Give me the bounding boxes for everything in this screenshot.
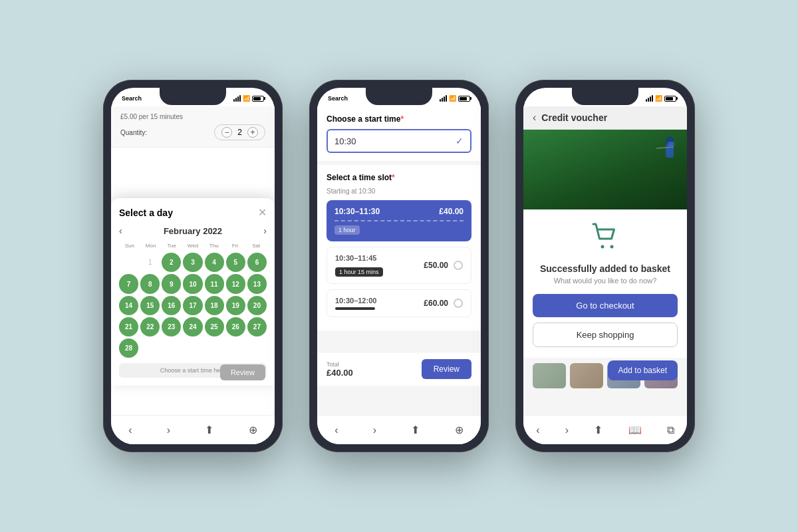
review-btn-2[interactable]: Review	[422, 359, 471, 379]
calendar-month: February 2022	[164, 226, 222, 236]
calendar-prev-btn[interactable]: ‹	[119, 225, 122, 236]
back-icon-3[interactable]: ‹	[536, 424, 539, 436]
cal-day-17[interactable]: 17	[183, 296, 202, 315]
slot1-price: £40.00	[439, 207, 464, 216]
battery-icon-1	[252, 96, 264, 102]
book-icon-3[interactable]: 📖	[628, 424, 642, 436]
share-icon-3[interactable]: ⬆	[594, 424, 602, 436]
wifi-icon-2: 📶	[449, 95, 456, 102]
bottom-bar-1: ‹ › ⬆ ⊕	[111, 415, 275, 444]
slot3-radio[interactable]	[454, 299, 463, 308]
forward-icon-1[interactable]: ›	[167, 424, 170, 436]
slot2-info: 10:30–11:45 1 hour 15 mins	[335, 254, 383, 277]
cal-day-4[interactable]: 4	[205, 253, 224, 272]
cal-day-26[interactable]: 26	[226, 317, 245, 336]
compass-icon-1[interactable]: ⊕	[249, 424, 257, 436]
status-icons-2: 📶	[440, 95, 470, 102]
time-dropdown[interactable]: 10:30 ✓	[327, 129, 471, 153]
slot-card-1[interactable]: 10:30–11:30 £40.00 1 hour	[327, 200, 471, 241]
cal-day-8[interactable]: 8	[140, 274, 160, 293]
cal-day-14[interactable]: 14	[119, 296, 138, 315]
slot1-top: 10:30–11:30 £40.00	[334, 207, 464, 216]
slot-card-2[interactable]: 10:30–11:45 1 hour 15 mins £50.00	[327, 247, 471, 284]
cal-day-28[interactable]: 28	[119, 338, 138, 358]
svg-rect-3	[668, 142, 674, 146]
start-time-label: Choose a start time*	[327, 114, 471, 124]
battery-icon-2	[458, 96, 470, 102]
cal-day-15[interactable]: 15	[140, 296, 160, 315]
keep-shopping-btn[interactable]: Keep shopping	[533, 323, 678, 347]
add-basket-btn[interactable]: Add to basket	[608, 360, 678, 380]
forward-icon-2[interactable]: ›	[373, 424, 376, 436]
qty-label: Quantity:	[120, 129, 209, 136]
phone3-content: ‹ Credit voucher	[523, 106, 687, 415]
start-time-section: Choose a start time* 10:30 ✓	[317, 106, 481, 161]
back-btn-3[interactable]: ‹	[533, 112, 536, 124]
back-icon-2[interactable]: ‹	[334, 424, 338, 436]
tabs-icon-3[interactable]: ⧉	[667, 424, 674, 436]
cal-day-27[interactable]: 27	[247, 317, 267, 336]
calendar-close-btn[interactable]: ✕	[258, 206, 267, 219]
qty-plus-btn[interactable]: +	[247, 127, 258, 138]
share-icon-2[interactable]: ⬆	[411, 424, 420, 436]
cal-day-24[interactable]: 24	[183, 317, 202, 336]
slot1-radio[interactable]	[454, 225, 464, 235]
wifi-icon-1: 📶	[243, 95, 250, 102]
slot2-radio[interactable]	[454, 261, 463, 270]
cal-day-20[interactable]: 20	[247, 296, 267, 315]
slot2-price: £50.00	[424, 261, 448, 270]
cal-day-21[interactable]: 21	[119, 317, 138, 336]
cal-day-12[interactable]: 12	[226, 274, 245, 293]
thumb-1[interactable]	[533, 363, 566, 388]
qty-minus-btn[interactable]: −	[221, 127, 232, 138]
phone-1: Search 📶 Search £5.00 per	[103, 80, 283, 452]
compass-icon-2[interactable]: ⊕	[455, 424, 464, 436]
notch-2	[366, 88, 432, 105]
back-icon-1[interactable]: ‹	[128, 424, 132, 436]
cal-day-18[interactable]: 18	[205, 296, 224, 315]
signal-icon-1	[233, 95, 241, 102]
cal-day-19[interactable]: 19	[226, 296, 245, 315]
checkout-btn[interactable]: Go to checkout	[533, 294, 678, 317]
total-bar: Total £40.00 Review	[317, 352, 481, 386]
total-amount: £40.00	[327, 368, 353, 378]
slot2-right: £50.00	[424, 261, 463, 270]
bottom-bar-3: ‹ › ⬆ 📖 ⧉	[523, 415, 687, 444]
cal-day-16[interactable]: 16	[162, 296, 181, 315]
forward-icon-3[interactable]: ›	[565, 424, 569, 436]
cal-day-6[interactable]: 6	[247, 253, 267, 272]
battery-icon-3	[664, 96, 676, 102]
calendar-next-btn[interactable]: ›	[263, 225, 267, 236]
cal-day-1[interactable]: 1	[140, 253, 160, 272]
share-icon-1[interactable]: ⬆	[205, 424, 213, 436]
success-title: Successfully added to basket	[533, 263, 678, 274]
person-silhouette-icon	[651, 135, 678, 188]
time-value: 10:30	[334, 136, 356, 146]
slot-card-3[interactable]: 10:30–12:00 £60.00	[327, 289, 471, 317]
cal-day-7[interactable]: 7	[119, 274, 138, 293]
starting-text: Starting at 10:30	[327, 188, 471, 195]
voucher-header: ‹ Credit voucher	[523, 106, 687, 130]
calendar-header: Select a day ✕	[119, 206, 267, 219]
cal-day-3[interactable]: 3	[183, 253, 202, 272]
cal-day-2[interactable]: 2	[162, 253, 181, 272]
cal-day-9[interactable]: 9	[162, 274, 181, 293]
calendar-days-header: Sun Mon Tue Wed Thu Fri Sat	[119, 241, 267, 250]
slot3-right: £60.00	[424, 299, 463, 308]
cal-day-10[interactable]: 10	[183, 274, 202, 293]
calendar-nav: ‹ February 2022 ›	[119, 225, 267, 236]
phone1-content: £5.00 per 15 minutes Quantity: − 2 + Sel…	[111, 106, 275, 415]
status-search-1: Search	[122, 95, 142, 102]
cal-day-11[interactable]: 11	[205, 274, 224, 293]
cal-day-23[interactable]: 23	[162, 317, 181, 336]
slot-section: Select a time slot* Starting at 10:30 10…	[317, 165, 481, 331]
cal-day-13[interactable]: 13	[247, 274, 267, 293]
cal-day-25[interactable]: 25	[205, 317, 224, 336]
slot2-time: 10:30–11:45	[335, 254, 383, 262]
cal-day-22[interactable]: 22	[140, 317, 160, 336]
thumb-2[interactable]	[570, 363, 603, 388]
phone-2: Search 📶 Search Choose a	[309, 80, 489, 452]
cal-day-5[interactable]: 5	[226, 253, 245, 272]
bottom-bar-2: ‹ › ⬆ ⊕	[317, 415, 481, 444]
review-btn-1[interactable]: Review	[220, 364, 265, 380]
